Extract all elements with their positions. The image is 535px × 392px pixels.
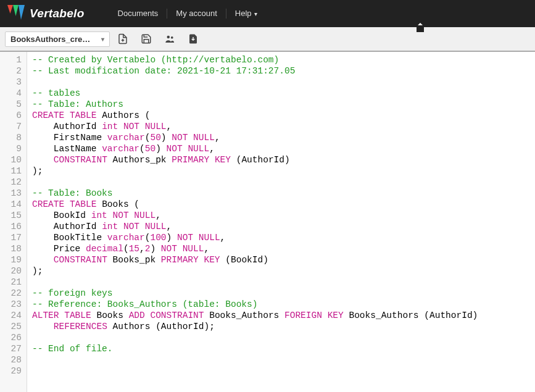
line-number: 24 (2, 310, 22, 321)
code-line[interactable]: ALTER TABLE Books ADD CONSTRAINT Books_A… (32, 310, 530, 321)
code-line[interactable]: ); (32, 165, 530, 177)
nav-help[interactable]: Help▾ (226, 9, 266, 19)
toolbar: BooksAuthors_cre… ▾ (0, 27, 535, 52)
code-line[interactable] (32, 332, 530, 343)
nav-documents[interactable]: Documents (109, 9, 168, 19)
document-selector[interactable]: BooksAuthors_cre… ▾ (5, 31, 110, 47)
line-number: 17 (2, 232, 22, 243)
logo-icon (7, 5, 25, 22)
nav-links: Documents My account Help▾ (109, 9, 266, 19)
new-document-button[interactable] (112, 28, 133, 49)
line-number: 13 (2, 188, 22, 199)
document-name: BooksAuthors_cre… (10, 35, 99, 44)
code-line[interactable]: BookTitle varchar(100) NOT NULL, (32, 232, 530, 243)
line-number: 16 (2, 221, 22, 232)
svg-point-3 (167, 36, 170, 39)
line-number: 6 (2, 110, 22, 121)
line-number: 29 (2, 365, 22, 377)
line-number: 11 (2, 165, 22, 177)
line-gutter: 1234567891011121314151617181920212223242… (0, 52, 27, 392)
line-number: 15 (2, 210, 22, 221)
code-line[interactable]: -- End of file. (32, 343, 530, 354)
file-download-icon (188, 33, 199, 44)
code-line[interactable]: AuthorId int NOT NULL, (32, 221, 530, 232)
line-number: 9 (2, 143, 22, 154)
line-number: 22 (2, 288, 22, 299)
line-number: 8 (2, 132, 22, 143)
code-line[interactable] (32, 365, 530, 377)
line-number: 10 (2, 154, 22, 165)
nav-myaccount[interactable]: My account (167, 9, 226, 19)
code-line[interactable]: REFERENCES Authors (AuthorId); (32, 321, 530, 332)
line-number: 20 (2, 265, 22, 277)
line-number: 23 (2, 299, 22, 310)
line-number: 3 (2, 77, 22, 88)
users-icon (164, 33, 175, 44)
download-button[interactable] (183, 28, 204, 49)
line-number: 25 (2, 321, 22, 332)
logo[interactable]: Vertabelo (7, 5, 85, 22)
line-number: 26 (2, 332, 22, 343)
line-number: 4 (2, 88, 22, 99)
code-line[interactable]: ); (32, 265, 530, 277)
line-number: 19 (2, 254, 22, 265)
line-number: 1 (2, 54, 22, 65)
save-icon (141, 33, 152, 44)
code-line[interactable] (32, 177, 530, 188)
svg-marker-2 (19, 5, 25, 20)
code-line[interactable]: BookId int NOT NULL, (32, 210, 530, 221)
line-number: 21 (2, 277, 22, 288)
code-line[interactable]: CONSTRAINT Authors_pk PRIMARY KEY (Autho… (32, 154, 530, 165)
line-number: 12 (2, 177, 22, 188)
line-number: 7 (2, 121, 22, 132)
line-number: 5 (2, 99, 22, 110)
code-line[interactable]: FirstName varchar(50) NOT NULL, (32, 132, 530, 143)
save-button[interactable] (136, 28, 157, 49)
line-number: 18 (2, 243, 22, 254)
nav-help-label: Help (235, 9, 252, 18)
chevron-down-icon: ▾ (254, 10, 257, 17)
code-line[interactable]: -- Table: Books (32, 188, 530, 199)
code-line[interactable] (32, 354, 530, 365)
line-number: 27 (2, 343, 22, 354)
line-number: 14 (2, 199, 22, 210)
code-line[interactable]: CREATE TABLE Authors ( (32, 110, 530, 121)
share-button[interactable] (159, 28, 180, 49)
brand-name: Vertabelo (30, 7, 85, 20)
code-line[interactable]: CONSTRAINT Books_pk PRIMARY KEY (BookId) (32, 254, 530, 265)
code-line[interactable]: -- tables (32, 88, 530, 99)
code-line[interactable]: Price decimal(15,2) NOT NULL, (32, 243, 530, 254)
chevron-down-icon: ▾ (101, 36, 104, 43)
code-line[interactable]: -- Created by Vertabelo (http://vertabel… (32, 54, 530, 65)
code-line[interactable]: -- foreign keys (32, 288, 530, 299)
code-line[interactable]: -- Table: Authors (32, 99, 530, 110)
file-plus-icon (117, 33, 128, 44)
navbar: Vertabelo Documents My account Help▾ (0, 0, 535, 27)
code-line[interactable] (32, 277, 530, 288)
svg-point-4 (171, 36, 173, 39)
svg-marker-0 (7, 5, 13, 14)
code-line[interactable]: -- Reference: Books_Authors (table: Book… (32, 299, 530, 310)
code-line[interactable]: -- Last modification date: 2021-10-21 17… (32, 65, 530, 77)
line-number: 2 (2, 65, 22, 77)
code-area[interactable]: -- Created by Vertabelo (http://vertabel… (27, 52, 535, 392)
pin-marker (417, 25, 424, 32)
svg-marker-1 (13, 5, 19, 16)
code-line[interactable]: AuthorId int NOT NULL, (32, 121, 530, 132)
code-line[interactable]: CREATE TABLE Books ( (32, 199, 530, 210)
code-line[interactable] (32, 77, 530, 88)
code-line[interactable]: LastName varchar(50) NOT NULL, (32, 143, 530, 154)
code-editor[interactable]: 1234567891011121314151617181920212223242… (0, 52, 535, 392)
line-number: 28 (2, 354, 22, 365)
